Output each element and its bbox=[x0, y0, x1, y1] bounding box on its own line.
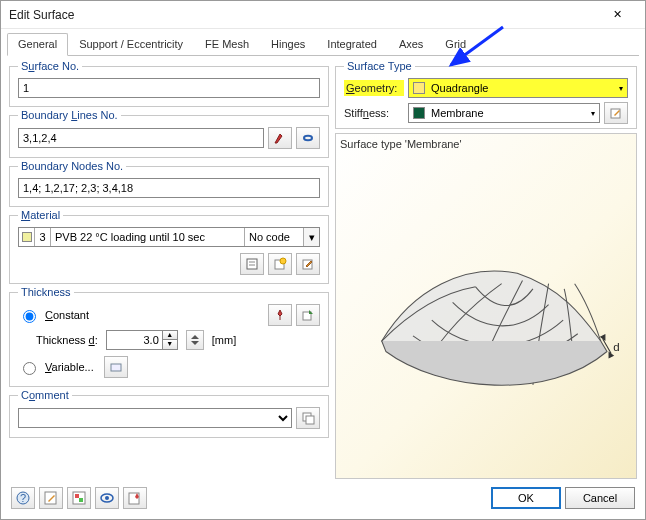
export-icon bbox=[301, 308, 315, 322]
pick-icon bbox=[273, 131, 287, 145]
edit-icon bbox=[301, 257, 315, 271]
geometry-label: Geometry: bbox=[344, 80, 404, 96]
book-icon bbox=[245, 257, 259, 271]
sheet-pin-icon bbox=[127, 490, 143, 506]
thickness-variable-radio[interactable]: Variable... bbox=[18, 359, 94, 375]
tab-fe-mesh[interactable]: FE Mesh bbox=[194, 33, 260, 56]
svg-rect-9 bbox=[111, 364, 121, 371]
group-material: Material 3 PVB 22 °C loading until 10 se… bbox=[9, 209, 329, 284]
material-library-button[interactable] bbox=[240, 253, 264, 275]
surface-type-legend: Surface Type bbox=[344, 60, 415, 72]
thickness-constant-radio-input[interactable] bbox=[23, 310, 36, 323]
material-swatch-icon bbox=[19, 228, 35, 246]
toolbar-button-4[interactable] bbox=[95, 487, 119, 509]
comment-combo[interactable] bbox=[18, 408, 292, 428]
material-code: No code bbox=[245, 228, 303, 246]
help-button[interactable]: ? bbox=[11, 487, 35, 509]
ok-button[interactable]: OK bbox=[491, 487, 561, 509]
geometry-combo[interactable]: Quadrangle ▾ bbox=[408, 78, 628, 98]
thickness-variable-label: Variable... bbox=[45, 361, 94, 373]
chevron-down-icon[interactable]: ▾ bbox=[303, 228, 319, 246]
thickness-d-input[interactable] bbox=[106, 330, 162, 350]
boundary-nodes-input[interactable] bbox=[18, 178, 320, 198]
comment-legend: Comment bbox=[18, 389, 72, 401]
variable-icon bbox=[109, 360, 123, 374]
tab-support-eccentricity[interactable]: Support / Eccentricity bbox=[68, 33, 194, 56]
svg-point-21 bbox=[105, 496, 109, 500]
tab-integrated[interactable]: Integrated bbox=[316, 33, 388, 56]
copy-icon bbox=[301, 411, 315, 425]
thickness-legend: Thickness bbox=[18, 286, 74, 298]
group-boundary-lines: Boundary Lines No. bbox=[9, 109, 329, 158]
new-icon bbox=[273, 257, 287, 271]
thickness-d-spinner[interactable]: ▲▼ bbox=[106, 330, 178, 350]
material-new-button[interactable] bbox=[268, 253, 292, 275]
material-legend: Material bbox=[18, 209, 63, 221]
comment-copy-button[interactable] bbox=[296, 407, 320, 429]
svg-point-5 bbox=[280, 258, 286, 264]
boundary-nodes-legend: Boundary Nodes No. bbox=[18, 160, 126, 172]
tab-grid[interactable]: Grid bbox=[434, 33, 477, 56]
toolbar-button-2[interactable] bbox=[39, 487, 63, 509]
stiffness-edit-button[interactable] bbox=[604, 102, 628, 124]
thickness-constant-radio[interactable]: Constant bbox=[18, 307, 89, 323]
svg-rect-11 bbox=[306, 416, 314, 424]
sheet-edit-icon bbox=[43, 490, 59, 506]
help-icon: ? bbox=[15, 490, 31, 506]
thickness-d-label: Thickness d: bbox=[36, 334, 98, 346]
material-name: PVB 22 °C loading until 10 sec bbox=[51, 228, 245, 246]
tab-hinges[interactable]: Hinges bbox=[260, 33, 316, 56]
thickness-constant-label: Constant bbox=[45, 309, 89, 321]
svg-rect-18 bbox=[75, 494, 79, 498]
tab-general[interactable]: General bbox=[7, 33, 68, 56]
membrane-surface-icon: d bbox=[340, 150, 632, 459]
spin-down-button[interactable]: ▼ bbox=[163, 340, 177, 349]
boundary-lines-legend: Boundary Lines No. bbox=[18, 109, 121, 121]
thickness-export-button[interactable] bbox=[296, 304, 320, 326]
toolbar-button-3[interactable] bbox=[67, 487, 91, 509]
group-surface-type: Surface Type Geometry: Quadrangle ▾ Stif… bbox=[335, 60, 637, 129]
material-combo[interactable]: 3 PVB 22 °C loading until 10 sec No code… bbox=[18, 227, 320, 247]
chevron-down-icon: ▾ bbox=[619, 84, 623, 93]
stepper-icon bbox=[190, 334, 200, 346]
preview-caption: Surface type 'Membrane' bbox=[340, 138, 632, 150]
cancel-button[interactable]: Cancel bbox=[565, 487, 635, 509]
close-button[interactable]: ✕ bbox=[597, 2, 637, 28]
stiffness-value: Membrane bbox=[431, 107, 484, 119]
close-icon: ✕ bbox=[613, 8, 622, 21]
select-lines-button[interactable] bbox=[296, 127, 320, 149]
d-annotation: d bbox=[613, 341, 619, 353]
thickness-variable-radio-input[interactable] bbox=[23, 362, 36, 375]
group-thickness: Thickness Constant Thickness d: bbox=[9, 286, 329, 387]
chevron-down-icon: ▾ bbox=[591, 109, 595, 118]
stiffness-swatch-icon bbox=[413, 107, 425, 119]
pick-lines-button[interactable] bbox=[268, 127, 292, 149]
thickness-d-unit: [mm] bbox=[212, 334, 236, 346]
group-surface-no: Surface No. bbox=[9, 60, 329, 107]
group-boundary-nodes: Boundary Nodes No. bbox=[9, 160, 329, 207]
toolbar-button-5[interactable] bbox=[123, 487, 147, 509]
svg-text:?: ? bbox=[20, 492, 26, 504]
surface-no-input[interactable] bbox=[18, 78, 320, 98]
thickness-pin-button[interactable] bbox=[268, 304, 292, 326]
stiffness-combo[interactable]: Membrane ▾ bbox=[408, 103, 600, 123]
surface-type-preview: Surface type 'Membrane' bbox=[335, 133, 637, 479]
surface-no-legend: Surface No. bbox=[18, 60, 82, 72]
group-comment: Comment bbox=[9, 389, 329, 438]
eye-icon bbox=[99, 490, 115, 506]
edit-icon bbox=[609, 106, 623, 120]
spin-up-button[interactable]: ▲ bbox=[163, 331, 177, 340]
material-id: 3 bbox=[35, 228, 51, 246]
tab-bar: General Support / Eccentricity FE Mesh H… bbox=[7, 33, 639, 56]
geometry-swatch-icon bbox=[413, 82, 425, 94]
stiffness-label: Stiffness: bbox=[344, 107, 404, 119]
sheet-color-icon bbox=[71, 490, 87, 506]
tab-axes[interactable]: Axes bbox=[388, 33, 434, 56]
select-icon bbox=[301, 131, 315, 145]
svg-rect-1 bbox=[247, 259, 257, 269]
boundary-lines-input[interactable] bbox=[18, 128, 264, 148]
svg-rect-16 bbox=[45, 492, 56, 504]
material-edit-button[interactable] bbox=[296, 253, 320, 275]
thickness-d-stepper-button[interactable] bbox=[186, 330, 204, 350]
thickness-variable-edit-button[interactable] bbox=[104, 356, 128, 378]
